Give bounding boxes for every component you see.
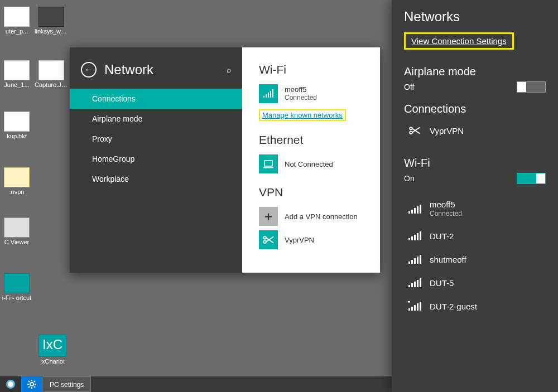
svg-rect-31 bbox=[420, 231, 421, 240]
sidebar-title: Network bbox=[104, 62, 153, 78]
plus-icon: ＋ bbox=[259, 207, 278, 226]
svg-rect-30 bbox=[417, 233, 419, 240]
svg-point-21 bbox=[410, 131, 412, 134]
wifi-toggle[interactable] bbox=[517, 173, 546, 184]
view-connection-settings-link[interactable]: View Connection Settings bbox=[404, 32, 514, 50]
wifi-status: Connected bbox=[285, 94, 317, 102]
svg-rect-32 bbox=[408, 262, 410, 264]
sidebar-item-connections[interactable]: Connections bbox=[70, 89, 242, 109]
svg-rect-35 bbox=[417, 257, 419, 264]
svg-rect-28 bbox=[411, 236, 413, 240]
svg-rect-5 bbox=[264, 161, 272, 166]
svg-point-20 bbox=[410, 127, 412, 130]
desktop-icon[interactable]: June_1... bbox=[0, 60, 33, 88]
desktop-icon[interactable]: C Viewer bbox=[0, 217, 33, 245]
svg-rect-42 bbox=[408, 308, 410, 311]
svg-line-19 bbox=[34, 381, 35, 382]
wifi-signal-icon bbox=[407, 277, 422, 289]
svg-rect-39 bbox=[414, 282, 416, 287]
svg-rect-34 bbox=[414, 258, 416, 264]
desktop-icon[interactable]: :nvpn bbox=[0, 167, 33, 195]
svg-rect-44 bbox=[414, 305, 416, 311]
wifi-signal-icon bbox=[407, 253, 422, 265]
desktop: uter_p... linksys_wrt1... June_1... Capt… bbox=[0, 0, 392, 392]
svg-rect-25 bbox=[417, 206, 419, 214]
wifi-network-item[interactable]: DUT-5 bbox=[404, 271, 546, 294]
svg-rect-41 bbox=[420, 278, 421, 287]
back-arrow-icon: ← bbox=[84, 65, 93, 75]
svg-rect-24 bbox=[414, 208, 416, 214]
ethernet-entry[interactable]: Not Connected bbox=[259, 154, 369, 173]
settings-sidebar: ← Network ⌕ Connections Airplane mode Pr… bbox=[70, 47, 242, 273]
airplane-heading: Airplane mode bbox=[404, 65, 546, 78]
wifi-network-item[interactable]: meoff5 Connected bbox=[404, 194, 546, 224]
svg-rect-6 bbox=[263, 167, 273, 168]
wifi-state-label: On bbox=[404, 174, 415, 183]
taskbar-app-label[interactable]: PC settings bbox=[42, 376, 91, 392]
wifi-signal-icon bbox=[407, 230, 422, 242]
svg-rect-1 bbox=[266, 94, 267, 98]
desktop-icon[interactable]: i-Fi - ortcut bbox=[0, 273, 33, 301]
desktop-icon[interactable]: Capture.JPG bbox=[35, 60, 68, 88]
sidebar-item-workplace[interactable]: Workplace bbox=[70, 169, 242, 189]
wifi-section: Wi-Fi meoff5 Connected Manage known netw… bbox=[259, 63, 369, 121]
settings-main: Wi-Fi meoff5 Connected Manage known netw… bbox=[242, 47, 380, 273]
ethernet-icon bbox=[259, 154, 278, 173]
svg-point-11 bbox=[30, 383, 33, 386]
settings-window: ← Network ⌕ Connections Airplane mode Pr… bbox=[70, 47, 380, 273]
networks-charm-panel: Networks View Connection Settings Airpla… bbox=[392, 0, 558, 392]
desktop-icon[interactable]: kup.bkf bbox=[0, 112, 33, 139]
ethernet-heading: Ethernet bbox=[259, 133, 369, 147]
svg-rect-46 bbox=[420, 302, 421, 311]
desktop-icon[interactable]: IxC IxChariot bbox=[35, 335, 70, 365]
svg-rect-23 bbox=[411, 210, 413, 214]
svg-rect-40 bbox=[417, 280, 419, 287]
desktop-icon[interactable]: uter_p... bbox=[0, 7, 33, 35]
wifi-heading: Wi-Fi bbox=[404, 157, 546, 170]
taskbar: PC settings bbox=[0, 376, 392, 392]
vpn-heading: VPN bbox=[259, 186, 369, 199]
airplane-toggle[interactable] bbox=[517, 81, 546, 93]
wifi-heading: Wi-Fi bbox=[259, 63, 369, 76]
vpn-icon bbox=[407, 124, 422, 137]
charms-title: Networks bbox=[404, 9, 546, 25]
wifi-signal-icon bbox=[407, 203, 422, 215]
wifi-entry[interactable]: meoff5 Connected bbox=[259, 84, 369, 103]
svg-rect-45 bbox=[417, 303, 419, 311]
svg-rect-2 bbox=[268, 93, 269, 98]
svg-rect-36 bbox=[420, 255, 421, 264]
wifi-signal-icon bbox=[407, 300, 422, 312]
back-button[interactable]: ← bbox=[81, 62, 97, 78]
ethernet-section: Ethernet Not Connected bbox=[259, 133, 369, 173]
sidebar-header: ← Network ⌕ bbox=[70, 57, 242, 89]
wifi-ssid: meoff5 bbox=[285, 85, 317, 94]
airplane-state-label: Off bbox=[404, 83, 414, 91]
vpn-icon bbox=[259, 230, 278, 249]
ethernet-status: Not Connected bbox=[285, 160, 333, 168]
vpn-entry[interactable]: VyprVPN bbox=[259, 230, 369, 249]
desktop-icon[interactable]: linksys_wrt1... bbox=[35, 7, 68, 35]
svg-rect-38 bbox=[411, 283, 413, 287]
svg-rect-33 bbox=[411, 260, 413, 264]
vpn-section: VPN ＋ Add a VPN connection VyprVPN bbox=[259, 186, 369, 249]
search-icon[interactable]: ⌕ bbox=[227, 65, 231, 74]
svg-line-16 bbox=[28, 381, 30, 382]
sidebar-item-airplane[interactable]: Airplane mode bbox=[70, 109, 242, 129]
sidebar-item-proxy[interactable]: Proxy bbox=[70, 129, 242, 149]
sidebar-item-homegroup[interactable]: HomeGroup bbox=[70, 149, 242, 169]
add-vpn-button[interactable]: ＋ Add a VPN connection bbox=[259, 207, 369, 226]
vpn-connection-item[interactable]: VyprVPN bbox=[404, 119, 546, 142]
taskbar-app-icon[interactable] bbox=[0, 376, 21, 392]
svg-point-8 bbox=[263, 240, 266, 243]
svg-rect-37 bbox=[408, 285, 410, 287]
wifi-network-item[interactable]: DUT-2-guest bbox=[404, 294, 546, 318]
svg-rect-4 bbox=[272, 89, 273, 98]
svg-rect-27 bbox=[408, 238, 410, 240]
taskbar-settings-icon[interactable] bbox=[21, 376, 42, 392]
wifi-network-item[interactable]: DUT-2 bbox=[404, 224, 546, 248]
svg-rect-26 bbox=[420, 205, 421, 214]
svg-line-18 bbox=[28, 386, 30, 388]
manage-known-networks-link[interactable]: Manage known networks bbox=[259, 109, 346, 121]
wifi-network-item[interactable]: shutmeoff bbox=[404, 248, 546, 271]
wifi-signal-icon bbox=[259, 84, 278, 103]
